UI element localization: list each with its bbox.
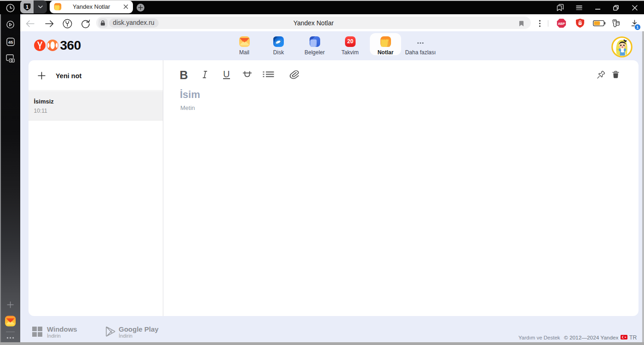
svg-text:45: 45	[8, 39, 13, 44]
svg-text:1: 1	[25, 4, 28, 9]
svg-text:ABP: ABP	[558, 22, 565, 26]
svg-text:20: 20	[347, 38, 353, 45]
